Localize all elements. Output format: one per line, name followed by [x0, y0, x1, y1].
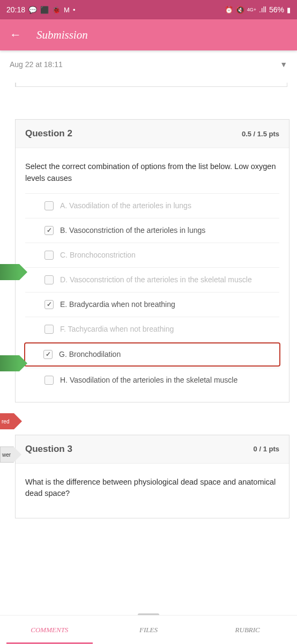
tab-label: RUBRIC: [235, 626, 260, 634]
app-title: Submission: [36, 28, 88, 42]
question-body: What is the difference between physiolog…: [16, 464, 289, 518]
question-points: 0 / 1 pts: [254, 445, 279, 453]
checkbox-icon: [44, 275, 54, 284]
date-row[interactable]: Aug 22 at 18:11 ▼: [0, 50, 297, 76]
content-area: red wer Question 2 0.5 / 1.5 pts Select …: [0, 119, 297, 518]
option-label: H. Vasodilation of the arterioles in the…: [60, 376, 237, 384]
battery-label: 56%: [269, 5, 284, 14]
status-left: 20:18 💬 ⬛ 🐞 M •: [6, 5, 75, 14]
app-icon: ⬛: [40, 6, 49, 14]
network-label: 4G+: [247, 8, 256, 12]
option-e: E. Bradycardia when not breathing: [25, 292, 279, 317]
question-prompt: Select the correct combination of option…: [25, 161, 279, 185]
tab-label: FILES: [139, 626, 158, 634]
option-label: A. Vasodilation of the arterioles in lun…: [60, 201, 191, 210]
tab-files[interactable]: FILES: [99, 616, 198, 644]
option-label: G. Bronchodilation: [59, 350, 121, 358]
signal-label: .ıll: [259, 5, 266, 14]
alarm-icon: ⏰: [225, 6, 233, 14]
correct-marker-icon: [0, 355, 19, 371]
tab-rubric[interactable]: RUBRIC: [198, 616, 297, 644]
status-bar: 20:18 💬 ⬛ 🐞 M • ⏰ 🔇 4G+ .ıll 56% ▮: [0, 0, 297, 19]
marker-label: wer: [1, 452, 11, 458]
option-b: B. Vasoconstriction of the arterioles in…: [25, 218, 279, 243]
bug-icon: 🐞: [52, 6, 61, 14]
option-label: E. Bradycardia when not breathing: [60, 300, 175, 309]
question-title: Question 2: [25, 128, 72, 139]
checkbox-checked-icon: [44, 226, 54, 235]
status-time: 20:18: [6, 5, 25, 14]
checkbox-icon: [44, 201, 54, 210]
checkbox-checked-icon: [44, 300, 54, 309]
question-2-card: Question 2 0.5 / 1.5 pts Select the corr…: [15, 119, 289, 402]
status-right: ⏰ 🔇 4G+ .ıll 56% ▮: [225, 5, 291, 14]
battery-icon: ▮: [287, 6, 291, 14]
dot-icon: •: [73, 6, 76, 14]
option-d: D. Vasoconstriction of the arterioles in…: [25, 267, 279, 292]
chat-icon: 💬: [28, 6, 37, 14]
option-c: C. Bronchoconstriction: [25, 243, 279, 267]
marker-label: red: [0, 419, 9, 425]
bottom-tabs: COMMENTS FILES RUBRIC: [0, 615, 297, 644]
option-a: A. Vasodilation of the arterioles in lun…: [25, 193, 279, 218]
answer-marker-icon: wer: [0, 447, 14, 463]
option-label: C. Bronchoconstriction: [60, 251, 136, 259]
question-header: Question 3 0 / 1 pts: [16, 435, 289, 464]
option-g: G. Bronchodilation: [24, 342, 280, 367]
date-label: Aug 22 at 18:11: [10, 60, 63, 69]
checkbox-checked-icon: [43, 350, 53, 359]
question-3-card: Question 3 0 / 1 pts What is the differe…: [15, 435, 289, 519]
option-label: B. Vasoconstriction of the arterioles in…: [60, 226, 205, 235]
tab-label: COMMENTS: [31, 626, 68, 634]
question-points: 0.5 / 1.5 pts: [242, 130, 279, 138]
option-f: F. Tachycardia when not breathing: [25, 317, 279, 341]
mail-icon: M: [64, 6, 70, 14]
option-label: D. Vasoconstriction of the arterioles in…: [60, 275, 252, 284]
tab-comments[interactable]: COMMENTS: [0, 616, 99, 644]
checkbox-icon: [44, 251, 54, 260]
option-h: H. Vasodilation of the arterioles in the…: [25, 368, 279, 392]
question-title: Question 3: [25, 444, 72, 455]
app-bar: ← Submission: [0, 19, 297, 50]
mute-icon: 🔇: [236, 6, 244, 14]
incorrect-marker-icon: red: [0, 413, 14, 429]
question-body: Select the correct combination of option…: [16, 148, 289, 402]
back-arrow-icon[interactable]: ←: [10, 28, 21, 42]
chevron-down-icon[interactable]: ▼: [280, 60, 287, 69]
checkbox-icon: [44, 325, 54, 334]
question-header: Question 2 0.5 / 1.5 pts: [16, 120, 289, 148]
option-label: F. Tachycardia when not breathing: [60, 325, 174, 333]
prev-card-edge: [15, 83, 287, 87]
checkbox-icon: [44, 376, 54, 385]
question-prompt: What is the difference between physiolog…: [25, 477, 279, 500]
correct-marker-icon: [0, 264, 19, 280]
